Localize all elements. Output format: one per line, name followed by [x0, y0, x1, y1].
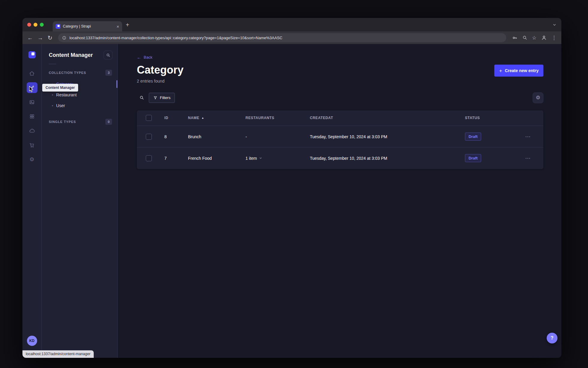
site-info-icon[interactable] [62, 36, 66, 40]
bookmark-star-icon[interactable]: ☆ [532, 35, 537, 41]
status-badge: Draft [465, 133, 481, 141]
relations-toggle[interactable]: 1 item [245, 156, 262, 161]
row-actions-icon[interactable]: ⋯ [525, 134, 531, 140]
home-icon[interactable] [27, 68, 37, 79]
strapi-admin: ⚙ KD Content Manager COLLECTION TYPES 3 [22, 44, 561, 358]
back-label: Back [144, 55, 152, 60]
create-new-entry-button[interactable]: + Create new entry [494, 65, 543, 77]
main-content: ← Back Category 2 entries found + Create… [118, 44, 561, 358]
desktop-background: Category | Strapi × + ← → ↻ localhost:13… [0, 0, 588, 368]
main-nav-rail: ⚙ KD [22, 44, 42, 358]
subnav-title: Content Manager [49, 52, 93, 58]
column-header-restaurants[interactable]: RESTAURANTS [245, 116, 274, 120]
table-row[interactable]: 8 Brunch - Tuesday, September 10, 2024 a… [137, 126, 543, 147]
zoom-icon[interactable] [522, 35, 528, 40]
bullet-icon: • [52, 104, 53, 108]
page-title: Category [137, 64, 184, 76]
window-zoom-button[interactable] [40, 23, 44, 27]
entries-count: 2 entries found [137, 79, 184, 83]
rail-icon-list: ⚙ [27, 68, 37, 165]
chevron-down-icon [259, 156, 262, 160]
filter-funnel-icon [153, 96, 157, 100]
cell-createdat: Tuesday, September 10, 2024 at 3:03 PM [310, 147, 465, 169]
cell-createdat: Tuesday, September 10, 2024 at 3:03 PM [310, 126, 465, 147]
cell-restaurants: - [245, 126, 310, 147]
column-header-status[interactable]: STATUS [465, 116, 480, 120]
tab-search-chevron-icon[interactable] [552, 23, 557, 27]
browser-reload-button[interactable]: ↻ [48, 35, 52, 41]
entries-table: ID NAME▲ RESTAURANTS CREATEDAT STATUS [137, 110, 543, 169]
content-manager-icon[interactable] [27, 82, 37, 93]
collection-types-header: COLLECTION TYPES 3 [42, 70, 117, 76]
strapi-logo[interactable] [28, 51, 36, 58]
settings-gear-icon[interactable]: ⚙ [27, 154, 37, 165]
cell-name: Brunch [188, 126, 245, 147]
search-icon[interactable] [137, 93, 146, 103]
content-type-builder-icon[interactable] [27, 111, 37, 122]
status-bubble: localhost:1337/admin/content-manager [22, 350, 94, 358]
window-close-button[interactable] [27, 23, 31, 27]
table-header-row: ID NAME▲ RESTAURANTS CREATEDAT STATUS [137, 110, 543, 126]
view-settings-gear-icon[interactable]: ⚙ [533, 92, 543, 103]
back-link[interactable]: ← Back [137, 55, 152, 60]
sidebar-item-label: Restaurant [56, 92, 77, 97]
column-header-name[interactable]: NAME [188, 116, 199, 120]
marketplace-cart-icon[interactable] [27, 140, 37, 150]
browser-tab-strip: Category | Strapi × + [22, 18, 561, 31]
bullet-icon: • [52, 93, 53, 97]
media-library-icon[interactable] [27, 97, 37, 107]
status-badge: Draft [465, 154, 481, 162]
column-header-createdat[interactable]: CREATEDAT [310, 116, 333, 120]
subnav-divider [49, 64, 56, 64]
table-row[interactable]: 7 French Food 1 item [137, 147, 543, 169]
deploy-cloud-icon[interactable] [27, 125, 37, 136]
strapi-favicon-icon [56, 24, 60, 29]
row-checkbox[interactable] [146, 134, 152, 140]
profile-icon[interactable] [541, 35, 547, 41]
sidebar-item-label: User [56, 103, 65, 108]
content-manager-tooltip: Content Manager [42, 84, 78, 92]
tab-title: Category | Strapi [63, 24, 114, 28]
active-indicator [116, 80, 117, 88]
new-tab-button[interactable]: + [126, 22, 129, 28]
single-types-header: SINGLE TYPES 0 [42, 119, 117, 125]
browser-forward-button[interactable]: → [37, 35, 43, 41]
browser-menu-icon[interactable]: ⋮ [551, 35, 557, 41]
user-avatar[interactable]: KD [27, 336, 37, 346]
relations-count: 1 item [245, 156, 257, 161]
cell-name: French Food [188, 147, 245, 169]
subnav-search-icon[interactable] [104, 51, 113, 60]
collection-types-count-badge: 3 [105, 70, 112, 76]
password-key-icon[interactable] [512, 35, 518, 41]
single-types-count-badge: 0 [105, 119, 112, 125]
url-bar[interactable]: localhost:1337/admin/content-manager/col… [58, 33, 506, 42]
browser-toolbar: ← → ↻ localhost:1337/admin/content-manag… [22, 31, 561, 44]
browser-window: Category | Strapi × + ← → ↻ localhost:13… [22, 18, 561, 358]
filters-button[interactable]: Filters [149, 93, 175, 103]
collection-types-label: COLLECTION TYPES [49, 71, 86, 74]
browser-back-button[interactable]: ← [27, 35, 33, 41]
window-controls [27, 23, 44, 27]
tab-close-icon[interactable]: × [116, 24, 119, 29]
single-types-label: SINGLE TYPES [49, 120, 76, 124]
plus-icon: + [499, 68, 502, 73]
sidebar-item-user[interactable]: • User [42, 100, 117, 111]
help-button[interactable]: ? [547, 333, 557, 343]
back-arrow-icon: ← [137, 55, 141, 60]
row-actions-icon[interactable]: ⋯ [525, 155, 531, 161]
column-header-id[interactable]: ID [164, 116, 168, 120]
create-button-label: Create new entry [505, 68, 539, 73]
cell-id: 7 [164, 147, 188, 169]
filters-label: Filters [160, 95, 170, 100]
sort-asc-icon[interactable]: ▲ [201, 116, 204, 119]
row-checkbox[interactable] [146, 155, 152, 161]
cell-id: 8 [164, 126, 188, 147]
window-minimize-button[interactable] [34, 23, 37, 27]
url-text: localhost:1337/admin/content-manager/col… [69, 36, 282, 40]
select-all-checkbox[interactable] [146, 115, 152, 121]
browser-tab[interactable]: Category | Strapi × [53, 21, 122, 31]
